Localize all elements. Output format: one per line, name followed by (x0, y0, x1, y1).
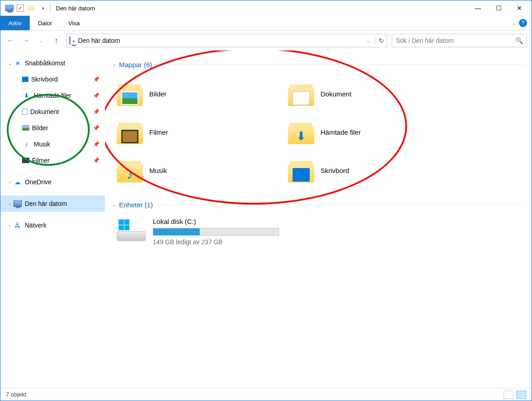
network-icon: 🖧 (13, 221, 22, 230)
chevron-down-icon[interactable]: ⌄ (112, 62, 116, 68)
sidebar-item-label: Hämtade filer (34, 92, 71, 99)
sidebar-this-pc[interactable]: › Den här datorn (0, 196, 105, 212)
drive-icon (117, 218, 147, 241)
sidebar-item-music[interactable]: ♪ Musik 📌 (0, 136, 105, 152)
pc-icon (69, 37, 70, 44)
main-content: ⌄ Mappar (6) Bilder Dokument Filmer Hämt… (105, 50, 532, 388)
sidebar-item-label: OneDrive (25, 178, 51, 186)
sidebar: ⌄ ★ Snabbåtkomst Skrivbord 📌 ⬇ Hämtade f… (0, 50, 105, 388)
drive-usage-bar (153, 228, 279, 236)
back-button[interactable]: ← (5, 35, 16, 46)
ribbon-expand-icon[interactable]: ⌵ (512, 20, 515, 26)
recent-dropdown-icon[interactable]: ⌵ (36, 35, 46, 46)
sidebar-item-videos[interactable]: Filmer 📌 (0, 152, 105, 169)
star-icon: ★ (13, 59, 22, 68)
folder-label: Dokument (321, 90, 351, 98)
separator (156, 205, 524, 205)
titlebar: ✓ ▾ Den här datorn — ☐ ✕ (0, 0, 532, 16)
search-box[interactable]: 🔍 (392, 34, 527, 47)
sidebar-item-label: Nätverk (25, 222, 46, 229)
sidebar-quick-access[interactable]: ⌄ ★ Snabbåtkomst (0, 55, 105, 71)
sidebar-item-pictures[interactable]: Bilder 📌 (0, 120, 105, 136)
chevron-right-icon[interactable]: › (7, 180, 13, 185)
folder-icon (117, 121, 143, 144)
pin-icon[interactable]: 📌 (93, 157, 100, 164)
drive-name: Lokal disk (C:) (153, 218, 279, 225)
view-tiles-button[interactable] (516, 391, 526, 399)
sidebar-item-desktop[interactable]: Skrivbord 📌 (0, 71, 105, 87)
document-icon (22, 109, 28, 115)
video-icon (22, 158, 29, 163)
folder-icon (117, 159, 143, 182)
sidebar-item-label: Bilder (32, 124, 48, 132)
chevron-down-icon[interactable]: ⌄ (7, 61, 13, 66)
tab-file[interactable]: Arkiv (0, 16, 30, 30)
tab-view[interactable]: Visa (60, 16, 88, 30)
separator (50, 4, 50, 13)
folder-documents[interactable]: Dokument (284, 75, 455, 113)
sidebar-item-label: Dokument (30, 108, 59, 115)
address-dropdown-icon[interactable]: ⌵ (367, 38, 370, 44)
up-button[interactable]: ↑ (51, 35, 62, 46)
status-count: 7 objekt (6, 391, 27, 398)
sidebar-item-documents[interactable]: Dokument 📌 (0, 104, 105, 120)
tab-computer[interactable]: Dator (30, 16, 60, 30)
help-icon[interactable]: ? (519, 19, 527, 27)
ribbon: Arkiv Dator Visa ⌵ ? (0, 16, 532, 31)
drive-free-text: 149 GB ledigt av 237 GB (153, 238, 279, 246)
section-count: (1) (145, 201, 153, 209)
sidebar-network[interactable]: › 🖧 Nätverk (0, 217, 105, 233)
sidebar-item-label: Filmer (32, 157, 50, 164)
folder-label: Bilder (149, 90, 166, 98)
folder-pictures[interactable]: Bilder (112, 75, 284, 113)
folder-videos[interactable]: Filmer (112, 113, 284, 151)
pc-icon (5, 4, 14, 13)
cloud-icon: ☁ (13, 178, 22, 187)
refresh-button[interactable]: ↻ (375, 37, 384, 44)
search-input[interactable] (396, 37, 515, 44)
folder-music[interactable]: Musik (112, 151, 284, 190)
qat-dropdown-icon[interactable]: ▾ (38, 4, 47, 13)
pin-icon[interactable]: 📌 (93, 109, 100, 115)
folder-icon (27, 4, 36, 13)
breadcrumb[interactable]: Den här datorn (78, 37, 120, 44)
folder-label: Musik (149, 167, 167, 174)
picture-icon (22, 125, 29, 131)
section-folders-header[interactable]: ⌄ Mappar (6) (112, 58, 524, 71)
folder-icon (288, 121, 314, 144)
sidebar-item-downloads[interactable]: ⬇ Hämtade filer 📌 (0, 87, 105, 104)
section-devices-header[interactable]: ⌄ Enheter (1) (112, 198, 524, 211)
sidebar-item-label: Den här datorn (25, 200, 67, 207)
navbar: ← → ⌵ ↑ ▸ Den här datorn ⌵ ↻ 🔍 (0, 31, 532, 50)
folder-icon (288, 82, 314, 106)
folder-label: Skrivbord (321, 167, 349, 174)
folder-desktop[interactable]: Skrivbord (284, 151, 455, 190)
chevron-right-icon[interactable]: ▸ (73, 38, 75, 43)
chevron-down-icon[interactable]: ⌄ (112, 202, 116, 208)
music-icon: ♪ (22, 140, 31, 149)
pin-icon[interactable]: 📌 (93, 141, 100, 147)
separator (156, 64, 524, 65)
minimize-button[interactable]: — (468, 1, 488, 15)
section-name: Enheter (119, 201, 143, 209)
statusbar: 7 objekt (0, 388, 532, 401)
section-count: (6) (144, 61, 152, 68)
view-details-button[interactable] (504, 391, 514, 399)
pc-icon (13, 199, 22, 208)
address-bar[interactable]: ▸ Den här datorn ⌵ ↻ (66, 34, 387, 47)
checkbox-icon[interactable]: ✓ (17, 5, 24, 12)
close-button[interactable]: ✕ (509, 1, 530, 15)
sidebar-item-label: Skrivbord (31, 76, 58, 83)
sidebar-onedrive[interactable]: › ☁ OneDrive (0, 174, 105, 190)
folder-label: Hämtade filer (321, 128, 361, 136)
forward-button[interactable]: → (20, 35, 31, 46)
pin-icon[interactable]: 📌 (93, 92, 100, 99)
search-icon[interactable]: 🔍 (515, 37, 523, 44)
folder-downloads[interactable]: Hämtade filer (284, 113, 455, 151)
chevron-right-icon[interactable]: › (7, 201, 13, 206)
chevron-right-icon[interactable]: › (7, 223, 13, 228)
maximize-button[interactable]: ☐ (488, 1, 509, 15)
pin-icon[interactable]: 📌 (93, 125, 100, 131)
drive-local-c[interactable]: Lokal disk (C:) 149 GB ledigt av 237 GB (112, 218, 524, 246)
pin-icon[interactable]: 📌 (93, 76, 100, 82)
